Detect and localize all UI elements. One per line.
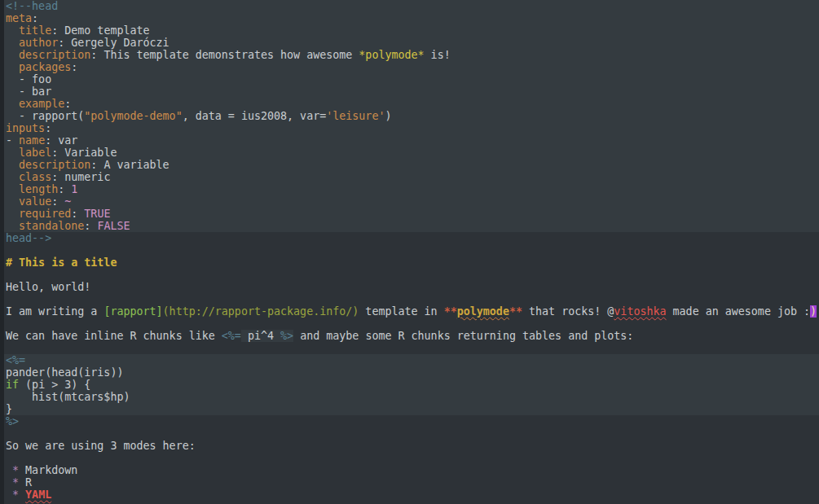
text: :: [64, 98, 71, 110]
text: [6, 24, 19, 37]
yaml-key-or-string: author: [19, 37, 58, 49]
list-bullet: *: [12, 464, 19, 476]
yaml-key-or-string: meta: [6, 12, 32, 24]
code-line: value: ~: [4, 195, 819, 208]
text: [6, 489, 12, 501]
code-line: [4, 427, 819, 440]
text: template in: [359, 305, 443, 318]
list-bullet: *: [12, 489, 19, 501]
code-line: <%=: [4, 354, 819, 366]
misspelled-word: vitoshka: [614, 305, 666, 318]
yaml-key-or-string: "polymode-demo": [84, 110, 182, 122]
code-line: [4, 269, 819, 281]
code-line: I am writing a [rapport](http://rapport-…: [4, 305, 819, 318]
text: :: [71, 61, 77, 73]
code-line: packages:: [4, 61, 819, 73]
yaml-key-or-string: title: [19, 24, 51, 37]
text: pander(head(iris)): [6, 366, 123, 379]
code-line: pander(head(iris)): [4, 366, 819, 379]
emacs-polymode-buffer-window: { "palette": { "bg_base": "#2d3237", "bg…: [0, 0, 819, 504]
code-line: required: TRUE: [4, 208, 819, 220]
code-line: if (pi > 3) {: [4, 379, 819, 391]
code-line: * YAML: [4, 489, 819, 501]
text: (pi > 3) {: [19, 379, 90, 391]
yaml-key-or-string: description: [19, 49, 90, 61]
text: hist(mtcars$hp): [6, 391, 130, 403]
text: , data = ius2008, var=: [183, 110, 327, 122]
text: }: [6, 403, 12, 415]
code-line: [4, 318, 819, 330]
text: :: [32, 12, 38, 24]
text: : numeric: [51, 171, 110, 183]
code-line: description: A variable: [4, 159, 819, 171]
yaml-key-or-string: standalone: [19, 220, 84, 232]
text: is!: [425, 49, 451, 61]
text: Markdown: [19, 464, 77, 476]
text: - foo: [6, 73, 51, 85]
yaml-emphasis: *polymode*: [359, 49, 424, 61]
code-line: description: This template demonstrates …: [4, 49, 819, 61]
chunk-delimiter: <!--head: [6, 0, 58, 12]
yaml-key-or-string: length: [19, 183, 58, 195]
text: : This template demonstrates how awesome: [90, 49, 359, 61]
text: I am writing a: [6, 305, 103, 318]
chunk-delimiter: <%=: [6, 354, 25, 366]
text: [6, 147, 19, 159]
text: [6, 61, 19, 73]
code-line: - name: var: [4, 134, 819, 147]
code-line: * R: [4, 476, 819, 489]
text: We can have inline R chunks like: [6, 330, 222, 342]
text: :: [45, 122, 51, 134]
text: [6, 37, 19, 49]
code-line: - bar: [4, 85, 819, 98]
keyword-or-link: [rapport]: [103, 305, 162, 318]
yaml-literal: TRUE: [84, 208, 110, 220]
yaml-key-or-string: value: [19, 195, 51, 208]
code-line: We can have inline R chunks like <%= pi^…: [4, 330, 819, 342]
yaml-key-or-string: packages: [19, 61, 71, 73]
text: that rocks! @: [522, 305, 614, 318]
text: [6, 183, 19, 195]
text: [6, 476, 12, 489]
code-line: }: [4, 403, 819, 415]
text: - bar: [6, 85, 51, 98]
yaml-key-or-string: required: [19, 208, 71, 220]
yaml-key-or-string: label: [19, 147, 51, 159]
yaml-literal: ~: [64, 195, 71, 208]
text: : var: [45, 134, 77, 147]
text: [6, 220, 19, 232]
code-line: - rapport("polymode-demo", data = ius200…: [4, 110, 819, 122]
code-line: %>: [4, 415, 819, 427]
yaml-key-or-string: description: [19, 159, 90, 171]
code-line: author: Gergely Daróczi: [4, 37, 819, 49]
bold-marker: **: [444, 305, 457, 318]
code-line: [4, 244, 819, 256]
markdown-url: (http://rapport-package.info/): [163, 305, 359, 318]
text: Hello, world!: [6, 281, 90, 293]
code-line: So we are using 3 modes here:: [4, 440, 819, 452]
chunk-delimiter: <%=: [222, 330, 241, 342]
cursor-block: ): [810, 305, 817, 318]
code-line: # This is a title: [4, 256, 819, 269]
text: made an awesome job :: [667, 305, 811, 318]
markdown-heading: # This is a title: [6, 256, 117, 269]
editor-buffer[interactable]: <!--headmeta: title: Demo template autho…: [4, 0, 819, 504]
text: : Variable: [51, 147, 117, 159]
code-line: <!--head: [4, 0, 819, 12]
code-line: Hello, world!: [4, 281, 819, 293]
code-line: [4, 342, 819, 354]
text: :: [51, 195, 64, 208]
yaml-key-or-string: class: [19, 171, 51, 183]
code-line: - foo: [4, 73, 819, 85]
text: -: [6, 134, 19, 147]
code-line: [4, 293, 819, 305]
yaml-key-or-string: example: [19, 98, 64, 110]
yaml-key-or-string: name: [19, 134, 45, 147]
code-line: class: numeric: [4, 171, 819, 183]
yaml-literal: 1: [71, 183, 77, 195]
text: [6, 159, 19, 171]
code-line: title: Demo template: [4, 24, 819, 37]
text: R: [19, 476, 32, 489]
code-line: meta:: [4, 12, 819, 24]
code-line: inputs:: [4, 122, 819, 134]
